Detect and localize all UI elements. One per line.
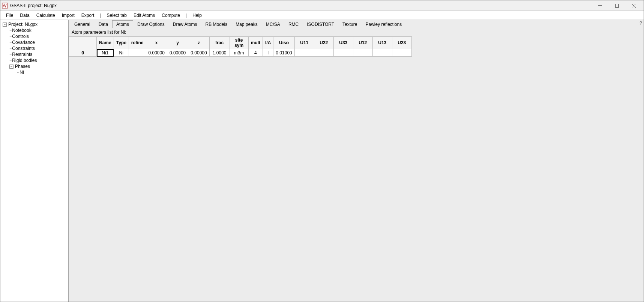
row-index[interactable]: 0 [69, 49, 97, 57]
cell-frac[interactable]: 1.0000 [209, 49, 230, 57]
collapse-icon[interactable]: − [3, 23, 7, 27]
tab-pawley-reflections[interactable]: Pawley reflections [361, 20, 406, 28]
tree-item-constraints[interactable]: ··· Constraints [0, 45, 68, 51]
cell-u12[interactable] [353, 49, 372, 57]
col-site-sym[interactable]: site sym [230, 37, 248, 49]
window-title: GSAS-II project: Ni.gpx [10, 3, 591, 8]
col-u13[interactable]: U13 [372, 37, 392, 49]
menu-calculate[interactable]: Calculate [33, 12, 59, 19]
tree-connector-icon: ··· [9, 41, 11, 45]
tree-connector-icon: ··· [9, 29, 11, 33]
tree-connector-icon: ··· [9, 53, 11, 57]
col-frac[interactable]: frac [209, 37, 230, 49]
table-row[interactable]: 0 Ni1 Ni 0.00000 0.00000 0.00000 1.0000 … [69, 49, 412, 57]
project-tree[interactable]: − Project: Ni.gpx ··· Notebook ··· Contr… [0, 20, 69, 302]
cell-type[interactable]: Ni [114, 49, 129, 57]
tree-connector-icon: ··· [9, 59, 11, 63]
col-y[interactable]: y [167, 37, 188, 49]
col-u23[interactable]: U23 [392, 37, 411, 49]
col-x[interactable]: x [146, 37, 167, 49]
tree-item-restraints[interactable]: ··· Restraints [0, 51, 68, 57]
tree-root[interactable]: − Project: Ni.gpx [0, 21, 68, 27]
tree-connector-icon: ··· [17, 71, 19, 75]
cell-z[interactable]: 0.00000 [188, 49, 209, 57]
menu-export[interactable]: Export [78, 12, 98, 19]
collapse-icon[interactable]: − [9, 65, 14, 69]
menu-help[interactable]: Help [189, 12, 205, 19]
cell-u23[interactable] [392, 49, 411, 57]
window-controls [591, 0, 642, 11]
tab-mc-sa[interactable]: MC/SA [262, 20, 284, 28]
menu-select-tab[interactable]: Select tab [104, 12, 130, 19]
menubar: File Data Calculate Import Export | Sele… [0, 11, 644, 20]
tree-label: Restraints [12, 52, 32, 57]
cell-uiso[interactable]: 0.01000 [273, 49, 294, 57]
cell-y[interactable]: 0.00000 [167, 49, 188, 57]
atom-grid[interactable]: Name Type refine x y z frac site sym mul… [69, 36, 412, 57]
cell-refine[interactable] [129, 49, 146, 57]
cell-name[interactable]: Ni1 [97, 49, 114, 57]
menu-compute[interactable]: Compute [158, 12, 183, 19]
atom-grid-wrap: Name Type refine x y z frac site sym mul… [69, 36, 644, 57]
maximize-button[interactable] [608, 0, 625, 11]
tree-item-phases[interactable]: − Phases [0, 63, 68, 69]
cell-u13[interactable] [372, 49, 392, 57]
col-z[interactable]: z [188, 37, 209, 49]
col-u12[interactable]: U12 [353, 37, 372, 49]
col-u11[interactable]: U11 [294, 37, 314, 49]
minimize-button[interactable] [591, 0, 608, 11]
tree-label: Constraints [12, 46, 35, 51]
cell-u22[interactable] [314, 49, 333, 57]
col-u22[interactable]: U22 [314, 37, 333, 49]
menu-import[interactable]: Import [59, 12, 78, 19]
help-icon[interactable]: ? [639, 21, 642, 26]
col-name[interactable]: Name [97, 37, 114, 49]
tab-general[interactable]: General [70, 20, 95, 28]
cell-site-sym[interactable]: m3m [230, 49, 248, 57]
tab-rb-models[interactable]: RB Models [201, 20, 231, 28]
close-button[interactable] [625, 0, 642, 11]
tab-isodistort[interactable]: ISODISTORT [303, 20, 338, 28]
tree-label: Controls [12, 34, 29, 39]
header-row: Name Type refine x y z frac site sym mul… [69, 37, 412, 49]
tree-item-phase-ni[interactable]: ··· Ni [0, 69, 68, 75]
menu-separator: | [98, 13, 103, 18]
tab-rmc[interactable]: RMC [284, 20, 303, 28]
titlebar: GSAS-II project: Ni.gpx [0, 0, 644, 11]
tree-item-notebook[interactable]: ··· Notebook [0, 27, 68, 33]
col-type[interactable]: Type [114, 37, 129, 49]
col-mult[interactable]: mult [248, 37, 263, 49]
tree-connector-icon: ··· [9, 47, 11, 51]
tree-item-rigid-bodies[interactable]: ··· Rigid bodies [0, 57, 68, 63]
col-u33[interactable]: U33 [333, 37, 353, 49]
tree-label: Ni [20, 70, 24, 75]
phase-tabs: General Data Atoms Draw Options Draw Ato… [69, 20, 644, 28]
menu-separator: | [183, 13, 189, 18]
tree-item-controls[interactable]: ··· Controls [0, 33, 68, 39]
menu-file[interactable]: File [3, 12, 17, 19]
cell-ia[interactable]: I [263, 49, 273, 57]
tab-texture[interactable]: Texture [338, 20, 361, 28]
tree-label: Phases [15, 64, 30, 69]
tree-item-covariance[interactable]: ··· Covariance [0, 39, 68, 45]
body: − Project: Ni.gpx ··· Notebook ··· Contr… [0, 20, 644, 302]
corner-cell[interactable] [69, 37, 97, 49]
cell-u11[interactable] [294, 49, 314, 57]
cell-x[interactable]: 0.00000 [146, 49, 167, 57]
tree-connector-icon: ··· [9, 35, 11, 39]
tab-draw-options[interactable]: Draw Options [133, 20, 169, 28]
tab-data[interactable]: Data [95, 20, 112, 28]
col-ia[interactable]: I/A [263, 37, 273, 49]
col-refine[interactable]: refine [129, 37, 146, 49]
tree-label: Notebook [12, 28, 31, 33]
tree-label: Project: Ni.gpx [8, 22, 38, 27]
cell-u33[interactable] [333, 49, 353, 57]
tab-draw-atoms[interactable]: Draw Atoms [169, 20, 201, 28]
col-uiso[interactable]: Uiso [273, 37, 294, 49]
tree-label: Covariance [12, 40, 35, 45]
tab-atoms[interactable]: Atoms [112, 20, 133, 28]
cell-mult[interactable]: 4 [248, 49, 263, 57]
tab-map-peaks[interactable]: Map peaks [231, 20, 262, 28]
menu-data[interactable]: Data [17, 12, 33, 19]
menu-edit-atoms[interactable]: Edit Atoms [130, 12, 158, 19]
